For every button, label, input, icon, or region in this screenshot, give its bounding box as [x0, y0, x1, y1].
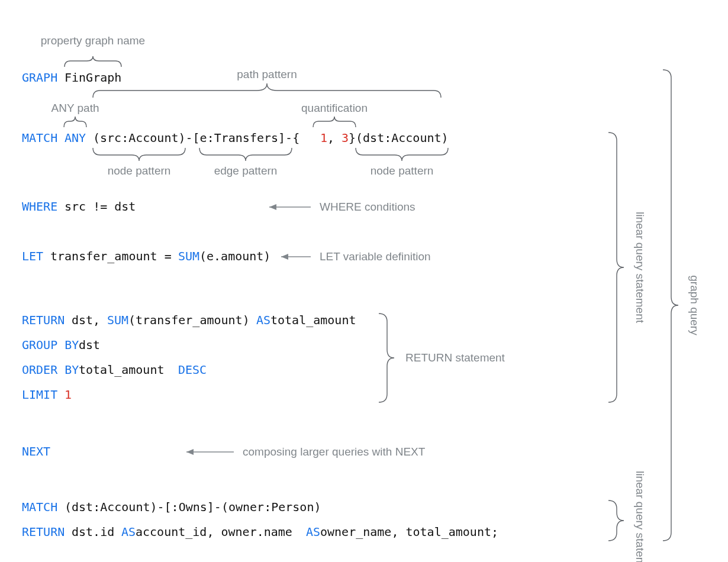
code-line-10: MATCH (dst:Account)-[:Owns]-(owner:Perso… [22, 500, 321, 514]
brace-path-pattern [93, 83, 441, 98]
ann-path-pattern: path pattern [237, 68, 297, 80]
ann-graph-query: graph query [688, 275, 701, 335]
code-line-9: NEXT [22, 444, 50, 458]
brace-linear-2 [608, 500, 624, 541]
ann-return: RETURN statement [405, 351, 505, 364]
ann-node-1: node pattern [108, 164, 171, 177]
ann-let: LET variable definition [320, 250, 431, 263]
code-line-6: GROUP BY dst [22, 338, 100, 352]
brace-return [379, 314, 394, 402]
code-line-11: RETURN dst.id AS account_id, owner.name … [22, 525, 498, 539]
arrow-next [186, 449, 234, 455]
ann-next: composing larger queries with NEXT [243, 445, 426, 458]
ann-edge: edge pattern [214, 164, 278, 177]
ann-any-path: ANY path [51, 102, 99, 114]
ann-where: WHERE conditions [320, 201, 415, 213]
code-line-4: LET transfer_amount = SUM (e.amount) [22, 249, 270, 263]
code-line-7: ORDER BY total_amount DESC [22, 363, 207, 377]
brace-graph-query [663, 70, 678, 541]
diagram-root: GRAPH FinGraph MATCH ANY (src:Account)-[… [0, 0, 728, 562]
arrow-let [281, 254, 311, 260]
brace-any-path [64, 117, 86, 127]
brace-edge [199, 148, 292, 161]
ann-quant: quantification [301, 102, 368, 114]
brace-quant [313, 117, 356, 127]
ann-node-2: node pattern [371, 164, 434, 177]
code-line-3: WHERE src != dst [22, 199, 136, 214]
arrow-where [269, 204, 311, 210]
brace-node-2 [356, 148, 448, 161]
ann-linear-1: linear query statement [634, 212, 646, 324]
ann-prop-graph-name: property graph name [41, 34, 145, 47]
code-line-5: RETURN dst, SUM (transfer_amount) AS tot… [22, 313, 356, 327]
code-line-1: GRAPH FinGraph [22, 70, 121, 85]
ann-linear-2: linear query statement [634, 471, 646, 562]
code-line-2: MATCH ANY (src:Account)-[e:Transfers]-{ … [22, 131, 449, 145]
code-line-8: LIMIT 1 [22, 387, 72, 402]
brace-linear-1 [608, 133, 624, 402]
brace-prop-graph-name [65, 56, 121, 67]
brace-node-1 [93, 148, 185, 161]
